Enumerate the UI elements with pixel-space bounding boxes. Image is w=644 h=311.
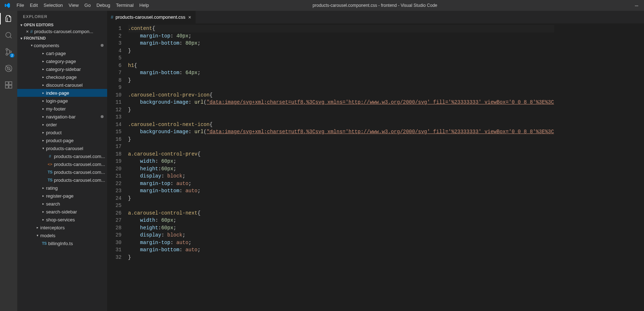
workspace-header[interactable]: ▾ FRONTEND	[17, 35, 107, 41]
code-line[interactable]: background-image: url("data:image/svg+xm…	[128, 99, 554, 106]
tree-folder[interactable]: ▸login-page	[17, 97, 107, 105]
open-editors-label: OPEN EDITORS	[24, 23, 54, 27]
code-line[interactable]: }	[128, 195, 554, 202]
tree-folder[interactable]: ▸order	[17, 121, 107, 129]
open-editors-header[interactable]: ▾ OPEN EDITORS	[17, 22, 107, 28]
tree-folder[interactable]: ▸shop-services	[17, 216, 107, 224]
tree-folder[interactable]: ▸navigation-bar	[17, 113, 107, 121]
editor-tab[interactable]: # products-carousel.component.css ×	[107, 11, 196, 23]
code-line[interactable]: margin-top: auto;	[128, 180, 554, 188]
open-editor-item[interactable]: × # products-carousel.compon...	[17, 28, 107, 35]
code-line[interactable]: margin-top: auto;	[128, 239, 554, 247]
code-line[interactable]: a.carousel-control-prev{	[128, 150, 554, 158]
menu-selection[interactable]: Selection	[41, 0, 65, 11]
tree-item-label: product	[46, 130, 61, 135]
tree-folder[interactable]: ▸rating	[17, 184, 107, 192]
code-line[interactable]: background-image: url("data:image/svg+xm…	[128, 128, 554, 136]
tree-folder[interactable]: ▸cart-page	[17, 49, 107, 57]
code-line[interactable]: width: 60px;	[128, 158, 554, 165]
tree-folder[interactable]: ▸register-page	[17, 192, 107, 200]
debug-icon[interactable]	[4, 63, 14, 73]
code-line[interactable]: margin-bottom: 64px;	[128, 69, 554, 77]
code-line[interactable]: margin-top: 40px;	[128, 32, 554, 40]
minimize-button[interactable]: ─	[635, 3, 638, 8]
tree-file[interactable]: TSbillingInfo.ts	[17, 239, 107, 247]
extensions-icon[interactable]	[4, 80, 14, 90]
code-line[interactable]	[128, 84, 554, 91]
code-line[interactable]: h1{	[128, 62, 554, 69]
menu-debug[interactable]: Debug	[93, 0, 113, 11]
line-number: 29	[107, 231, 122, 239]
code-editor[interactable]: 1234567891011121314151617181920212223242…	[107, 23, 644, 311]
line-number: 16	[107, 136, 122, 143]
code-line[interactable]: margin-bottom: auto;	[128, 187, 554, 195]
code-line[interactable]	[128, 54, 554, 62]
tree-folder[interactable]: ▸my-footer	[17, 105, 107, 113]
tree-folder-components[interactable]: ▾ components	[17, 41, 107, 49]
line-number: 19	[107, 158, 122, 165]
line-number: 28	[107, 224, 122, 232]
tree-item-label: models	[40, 233, 55, 238]
code-line[interactable]: .content{	[128, 25, 554, 32]
line-number: 15	[107, 128, 122, 136]
tree-folder[interactable]: ▸checkout-page	[17, 73, 107, 81]
tree-file[interactable]: #products-carousel.com...	[17, 152, 107, 160]
scm-badge: 2	[10, 53, 14, 58]
tree-folder[interactable]: ▸product-page	[17, 136, 107, 144]
tree-folder[interactable]: ▸search-sidebar	[17, 208, 107, 216]
tree-file[interactable]: TSproducts-carousel.com...	[17, 176, 107, 184]
menu-help[interactable]: Help	[137, 0, 152, 11]
code-line[interactable]: .carousel-control-prev-icon{	[128, 91, 554, 99]
tree-item-label: rating	[46, 185, 58, 191]
tree-folder[interactable]: ▸category-page	[17, 57, 107, 65]
code-line[interactable]: margin-bottom: auto;	[128, 246, 554, 254]
code-line[interactable]	[128, 113, 554, 121]
tree-folder[interactable]: ▸product	[17, 129, 107, 136]
code-line[interactable]: .carousel-control-next-icon{	[128, 121, 554, 129]
line-number: 10	[107, 91, 122, 99]
code-line[interactable]: height:60px;	[128, 224, 554, 232]
code-line[interactable]: width: 60px;	[128, 217, 554, 224]
tree-file[interactable]: TSproducts-carousel.com...	[17, 168, 107, 176]
source-control-icon[interactable]: 2	[4, 47, 14, 57]
code-line[interactable]	[128, 202, 554, 209]
tree-file[interactable]: <>products-carousel.com...	[17, 160, 107, 168]
search-icon[interactable]	[4, 30, 14, 40]
tree-folder[interactable]: ▸category-sidebar	[17, 65, 107, 73]
code-line[interactable]	[128, 143, 554, 150]
tree-folder[interactable]: ▾products-carousel	[17, 144, 107, 152]
svg-rect-7	[5, 85, 8, 88]
code-content[interactable]: .content{ margin-top: 40px; margin-botto…	[128, 23, 554, 311]
tree-folder[interactable]: ▸index-page	[17, 89, 107, 97]
code-line[interactable]: display: block;	[128, 231, 554, 239]
code-line[interactable]: }	[128, 77, 554, 84]
code-line[interactable]: }	[128, 254, 554, 261]
code-line[interactable]: margin-bottom: 80px;	[128, 40, 554, 47]
close-icon[interactable]: ×	[188, 14, 192, 20]
menu-edit[interactable]: Edit	[27, 0, 41, 11]
code-line[interactable]: height:60px;	[128, 165, 554, 173]
code-line[interactable]: }	[128, 47, 554, 55]
menu-file[interactable]: File	[14, 0, 27, 11]
css-file-icon: #	[47, 154, 53, 158]
menu-view[interactable]: View	[66, 0, 82, 11]
menu-go[interactable]: Go	[82, 0, 93, 11]
tree-folder[interactable]: ▸search	[17, 200, 107, 208]
line-number-gutter: 1234567891011121314151617181920212223242…	[107, 23, 128, 311]
code-line[interactable]: a.carousel-control-next{	[128, 209, 554, 217]
code-line[interactable]: display: block;	[128, 172, 554, 180]
line-number: 23	[107, 187, 122, 195]
tree-folder[interactable]: ▸interceptors	[17, 224, 107, 231]
close-icon[interactable]: ×	[24, 29, 30, 34]
html-file-icon: <>	[47, 162, 53, 166]
code-line[interactable]: }	[128, 136, 554, 143]
tree-item-label: shop-services	[46, 217, 75, 222]
tree-folder[interactable]: ▸discount-carousel	[17, 81, 107, 89]
tree-item-label: interceptors	[40, 225, 65, 230]
tree-item-label: discount-carousel	[46, 82, 83, 88]
menu-terminal[interactable]: Terminal	[113, 0, 136, 11]
tree-folder[interactable]: ▾models	[17, 231, 107, 239]
code-line[interactable]: }	[128, 106, 554, 114]
explorer-icon[interactable]	[4, 14, 14, 24]
tree-item-label: components	[34, 43, 59, 48]
